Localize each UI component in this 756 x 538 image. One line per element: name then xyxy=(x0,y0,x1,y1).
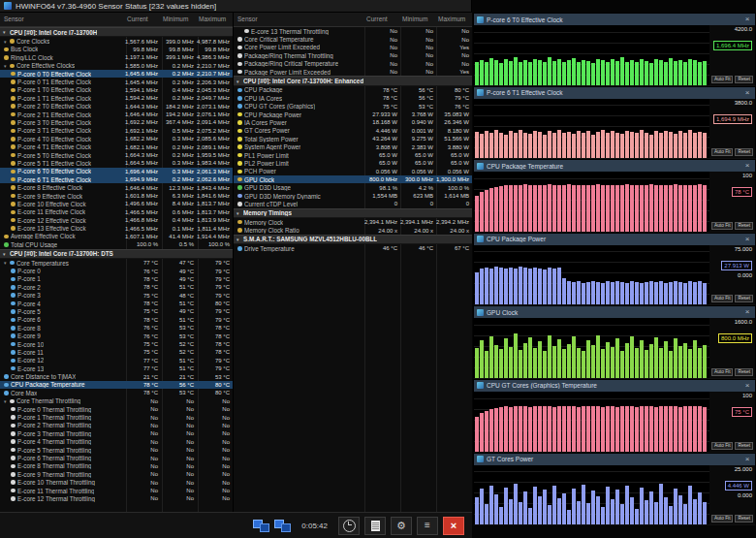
sensor-row[interactable]: Package/Ring Thermal ThrottlingNoNoNo xyxy=(234,51,472,59)
sensor-row[interactable]: E-core 976 °C53 °C78 °C xyxy=(0,332,233,339)
section-header[interactable]: ▾CPU [#0]: Intel Core i7-13700H xyxy=(0,27,233,37)
sensor-row[interactable]: GPU D3D Usage98.1 %4.2 %100.0 % xyxy=(234,183,472,191)
reset-button[interactable]: Reset xyxy=(735,148,753,156)
graph-titlebar[interactable]: P-core 6 T1 Effective Clock× xyxy=(474,87,755,99)
settings-button[interactable]: ⚙ xyxy=(391,517,412,535)
reset-button[interactable]: Reset xyxy=(735,515,753,522)
sensor-row[interactable]: P-core 6 Thermal ThrottlingNoNoNo xyxy=(0,454,233,461)
sensor-row[interactable]: Core Distance to TjMAX21 °C21 °C53 °C xyxy=(0,372,233,380)
sensor-row[interactable]: P-core 076 °C49 °C79 °C xyxy=(0,267,233,274)
sensor-row[interactable]: Core Max78 °C53 °C80 °C xyxy=(0,389,233,396)
sensor-row[interactable]: P-core 3 T0 Effective Clock1,692.2 MHz36… xyxy=(0,118,233,126)
sensor-row[interactable]: E-core 12 Effective Clock1,466.8 MHz0.4 … xyxy=(0,216,233,224)
sensor-row[interactable]: P-core 3 Thermal ThrottlingNoNoNo xyxy=(0,429,233,437)
sensor-row[interactable]: P-core 0 Thermal ThrottlingNoNoNo xyxy=(0,405,233,413)
sensor-row[interactable]: E-core 11 Thermal ThrottlingNoNoNo xyxy=(0,487,233,494)
sensor-row[interactable]: P-core 375 °C48 °C79 °C xyxy=(0,292,233,300)
sensor-row[interactable]: E-core 9 Effective Clock1,601.8 MHz6.3 M… xyxy=(0,192,233,200)
sensor-row[interactable]: P-core 178 °C49 °C79 °C xyxy=(0,275,233,283)
sensor-row[interactable]: P-core 0 T1 Effective Clock1,645.4 MHz0.… xyxy=(0,78,233,85)
graph-titlebar[interactable]: CPU Package Temperature× xyxy=(474,160,755,172)
sensor-row[interactable]: Average Effective Clock1,607.1 MHz41.4 M… xyxy=(0,233,233,240)
sensor-row[interactable]: IA Cores Power18.168 W0.940 W26.346 W xyxy=(234,118,472,126)
column-header-maximum[interactable]: Maximum xyxy=(197,13,233,26)
sensor-row[interactable]: P-core 0 T0 Effective Clock1,645.6 MHz0.… xyxy=(0,70,233,78)
reset-button[interactable]: Reset xyxy=(735,76,753,83)
report-button[interactable] xyxy=(364,517,386,535)
sensor-row[interactable]: P-core 6 T1 Effective Clock1,694.9 MHz0.… xyxy=(0,175,233,183)
sensor-row[interactable]: Core Critical TemperatureNoNoNo xyxy=(234,35,472,43)
sensor-row[interactable]: E-core 13 Effective Clock1,466.5 MHz0.1 … xyxy=(0,224,233,232)
section-header[interactable]: ▾CPU [#0]: Intel Core i7-13700H: DTS xyxy=(0,249,233,259)
sensor-row[interactable]: E-core 876 °C53 °C78 °C xyxy=(0,324,233,332)
column-header-current[interactable]: Current xyxy=(364,13,400,26)
sensor-row[interactable]: CPU Package Temperature78 °C56 °C80 °C xyxy=(0,381,233,389)
close-icon[interactable]: × xyxy=(742,235,752,244)
sensor-row[interactable]: PL2 Power Limit65.0 W65.0 W65.0 W xyxy=(234,159,472,167)
sensor-row[interactable]: Package/Ring Critical TemperatureNoNoNo xyxy=(234,60,472,68)
sensor-row[interactable]: GT Cores Power4.446 W0.001 W8.180 W xyxy=(234,127,472,135)
graph-titlebar[interactable]: CPU Package Power× xyxy=(474,234,755,245)
sensor-row[interactable]: Current cTDP Level000 xyxy=(234,200,472,207)
sensor-row[interactable]: P-core 278 °C51 °C79 °C xyxy=(0,283,233,291)
sensor-row[interactable]: E-core 10 Thermal ThrottlingNoNoNo xyxy=(0,478,233,486)
sensor-row[interactable]: CPU Package Power27.933 W3.768 W35.083 W xyxy=(234,111,472,118)
sensor-row[interactable]: P-core 6 T0 Effective Clock1,696.4 MHz0.… xyxy=(0,168,233,175)
sensor-row[interactable]: P-core 4 Thermal ThrottlingNoNoNo xyxy=(0,438,233,446)
sensor-row[interactable]: PCH Power0.056 W0.056 W0.056 W xyxy=(234,168,472,175)
clock-button[interactable] xyxy=(338,517,360,535)
close-icon[interactable]: × xyxy=(742,381,752,391)
close-icon[interactable]: × xyxy=(742,455,752,464)
sensor-row[interactable]: P-core 5 T1 Effective Clock1,664.5 MHz0.… xyxy=(0,159,233,167)
graph-titlebar[interactable]: GT Cores Power× xyxy=(474,454,755,465)
auto-fit-button[interactable]: Auto Fit xyxy=(711,442,734,450)
logging-windows-icon[interactable] xyxy=(253,520,269,532)
sensor-row[interactable]: E-core 1175 °C52 °C78 °C xyxy=(0,348,233,356)
reset-button[interactable]: Reset xyxy=(735,222,753,230)
sensor-row[interactable]: ▾Core Clocks1,567.6 MHz399.0 MHz4,987.8 … xyxy=(0,37,233,45)
sensor-row[interactable]: E-core 12 Thermal ThrottlingNoNoNo xyxy=(0,494,233,502)
reset-button[interactable]: Reset xyxy=(735,442,753,450)
sensor-row[interactable]: P-core 4 T0 Effective Clock1,682.2 MHz0.… xyxy=(0,135,233,142)
reset-button[interactable]: Reset xyxy=(735,295,753,302)
sensor-row[interactable]: P-core 5 Thermal ThrottlingNoNoNo xyxy=(0,446,233,454)
sensor-row[interactable]: P-core 678 °C51 °C79 °C xyxy=(0,316,233,324)
close-icon[interactable]: × xyxy=(742,307,752,317)
graph-titlebar[interactable]: CPU GT Cores (Graphics) Temperature× xyxy=(474,380,755,392)
column-header-sensor[interactable]: Sensor xyxy=(234,13,364,26)
sensor-row[interactable]: P-core 575 °C49 °C79 °C xyxy=(0,307,233,315)
auto-fit-button[interactable]: Auto Fit xyxy=(711,295,734,302)
sensor-row[interactable]: E-core 1277 °C51 °C79 °C xyxy=(0,357,233,364)
sensor-row[interactable]: P-core 4 T1 Effective Clock1,682.1 MHz0.… xyxy=(0,142,233,150)
auto-fit-button[interactable]: Auto Fit xyxy=(711,76,734,83)
sensor-row[interactable]: E-core 8 Thermal ThrottlingNoNoNo xyxy=(0,462,233,470)
sensor-row[interactable]: ▾Core Effective Clocks1,585.0 MHz0.2 MHz… xyxy=(0,62,233,70)
section-header[interactable]: ▾S.M.A.R.T.: SAMSUNG MZVL4512HBLU-00BLL xyxy=(234,235,472,244)
auto-fit-button[interactable]: Auto Fit xyxy=(711,148,734,156)
sensor-row[interactable]: E-core 11 Effective Clock1,466.5 MHz0.6 … xyxy=(0,208,233,216)
auto-fit-button[interactable]: Auto Fit xyxy=(711,222,734,230)
close-icon[interactable]: × xyxy=(742,88,752,98)
close-icon[interactable]: × xyxy=(742,15,752,24)
close-icon[interactable]: × xyxy=(742,161,752,171)
section-header[interactable]: ▾Memory Timings xyxy=(234,208,472,218)
column-header-maximum[interactable]: Maximum xyxy=(436,13,472,26)
auto-fit-button[interactable]: Auto Fit xyxy=(711,368,734,376)
sensor-row[interactable]: Package Power Limit ExceededNoNoYes xyxy=(234,68,472,76)
sensor-row[interactable]: E-core 10 Effective Clock1,496.6 MHz8.4 … xyxy=(0,200,233,207)
column-header-minimum[interactable]: Minimum xyxy=(400,13,436,26)
tray-windows-icon[interactable] xyxy=(274,520,291,532)
auto-fit-button[interactable]: Auto Fit xyxy=(711,515,734,522)
sensor-row[interactable]: E-core 8 Effective Clock1,646.4 MHz12.3 … xyxy=(0,183,233,191)
close-button[interactable]: × xyxy=(443,517,464,535)
sensor-row[interactable]: Drive Temperature46 °C46 °C67 °C xyxy=(234,244,472,252)
sensor-row[interactable]: P-core 2 Thermal ThrottlingNoNoNo xyxy=(0,422,233,429)
sensor-row[interactable]: ▾Core Thermal ThrottlingNoNoNo xyxy=(0,397,233,405)
column-header-minimum[interactable]: Minimum xyxy=(161,13,197,26)
sensor-row[interactable]: P-core 1 Thermal ThrottlingNoNoNo xyxy=(0,413,233,421)
graph-titlebar[interactable]: GPU Clock× xyxy=(474,306,755,318)
sensor-row[interactable]: P-core 1 T0 Effective Clock1,594.1 MHz0.… xyxy=(0,86,233,94)
sensor-row[interactable]: P-core 2 T1 Effective Clock1,646.4 MHz19… xyxy=(0,111,233,118)
sensor-row[interactable]: E-core 1377 °C51 °C79 °C xyxy=(0,364,233,372)
sensor-row[interactable]: E-core 9 Thermal ThrottlingNoNoNo xyxy=(0,470,233,478)
